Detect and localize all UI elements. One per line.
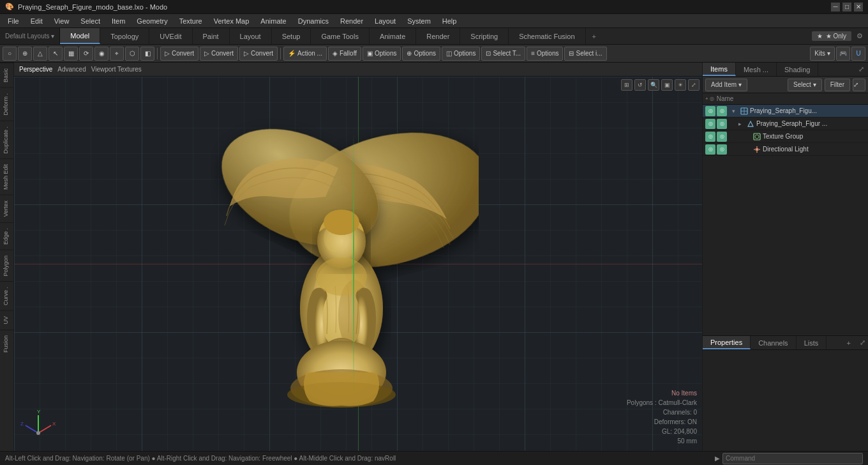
maximize-button[interactable]: □ <box>842 3 851 11</box>
menu-select[interactable]: Select <box>75 16 105 26</box>
item-row-texture[interactable]: ◎ ◎ ▸ Texture Group <box>703 130 868 143</box>
col-add-icon[interactable]: + <box>705 96 708 102</box>
viewport-canvas[interactable]: ⊞ ↺ 🔍 ▣ ☀ ⤢ X Y Z <box>14 77 702 451</box>
item-vis-root[interactable]: ◎ <box>717 106 727 116</box>
menu-edit[interactable]: Edit <box>26 16 48 26</box>
tab-schematic[interactable]: Schematic Fusion <box>509 28 585 44</box>
convert-button-1[interactable]: ▷ Convert <box>160 47 198 61</box>
menu-file[interactable]: File <box>3 16 24 26</box>
props-expand-btn[interactable]: ⤢ <box>857 336 868 349</box>
options-button-2[interactable]: ⊕ Options <box>402 47 440 61</box>
vp-reset-button[interactable]: ↺ <box>634 79 646 91</box>
props-tab-properties[interactable]: Properties <box>703 336 751 349</box>
tab-animate[interactable]: Animate <box>370 28 416 44</box>
arrow-root[interactable]: ▾ <box>732 108 738 114</box>
menu-animate[interactable]: Animate <box>255 16 291 26</box>
minimize-button[interactable]: ─ <box>831 3 840 11</box>
menu-render[interactable]: Render <box>335 16 368 26</box>
sidebar-polygon[interactable]: Polygon <box>0 250 13 282</box>
layouts-dropdown[interactable]: Default Layouts ▾ <box>0 28 60 44</box>
tool-crosshair[interactable]: ⊕ <box>18 47 32 61</box>
sidebar-edge[interactable]: Edge . <box>0 222 13 250</box>
vp-persp-button[interactable]: ▣ <box>661 79 673 91</box>
only-button[interactable]: ★ ★ Only <box>812 31 851 41</box>
sidebar-vertex[interactable]: Vertex <box>0 195 13 222</box>
sidebar-curve[interactable]: Curve . <box>0 281 13 310</box>
col-eye-icon[interactable]: ◎ <box>710 96 714 102</box>
tab-model[interactable]: Model <box>60 28 100 44</box>
select-i-button[interactable]: ⊟ Select i... <box>564 47 606 61</box>
item-eye-mesh[interactable]: ◎ <box>705 119 715 129</box>
item-vis-mesh[interactable]: ◎ <box>717 119 727 129</box>
props-tab-channels[interactable]: Channels <box>751 336 796 349</box>
vp-zoom-button[interactable]: 🔍 <box>648 79 659 91</box>
item-vis-light[interactable]: ◎ <box>717 144 727 155</box>
vp-expand-button[interactable]: ⤢ <box>688 79 700 91</box>
item-eye-light[interactable]: ◎ <box>705 144 715 155</box>
menu-layout[interactable]: Layout <box>370 16 401 26</box>
titlebar-controls[interactable]: ─ □ ✕ <box>831 3 863 11</box>
gamepad-button[interactable]: 🎮 <box>836 47 850 61</box>
options-button-4[interactable]: ≡ Options <box>527 47 563 61</box>
menu-vertexmap[interactable]: Vertex Map <box>209 16 255 26</box>
tool-hex[interactable]: ⬡ <box>125 47 139 61</box>
menu-texture[interactable]: Texture <box>174 16 207 26</box>
menu-view[interactable]: View <box>49 16 75 26</box>
kits-button[interactable]: Kits ▾ <box>810 47 835 61</box>
ue-button[interactable]: U <box>851 47 865 61</box>
sidebar-mesh-edit[interactable]: Mesh Edit <box>0 158 13 195</box>
tab-gametools[interactable]: Game Tools <box>311 28 370 44</box>
item-row-light[interactable]: ◎ ◎ ▸ Directional Light <box>703 143 868 156</box>
tool-target[interactable]: ⌖ <box>110 47 124 61</box>
vp-fit-button[interactable]: ⊞ <box>621 79 632 91</box>
tab-setup[interactable]: Setup <box>272 28 311 44</box>
tab-topology[interactable]: Topology <box>100 28 149 44</box>
tab-paint[interactable]: Paint <box>193 28 230 44</box>
options-button-3[interactable]: ◫ Options <box>442 47 480 61</box>
sidebar-deform[interactable]: Deform . <box>0 88 13 121</box>
tab-render[interactable]: Render <box>416 28 460 44</box>
menu-item[interactable]: Item <box>107 16 130 26</box>
item-vis-texture[interactable]: ◎ <box>717 132 727 142</box>
advanced-label[interactable]: Advanced <box>57 66 86 73</box>
tab-layout[interactable]: Layout <box>230 28 272 44</box>
tool-half[interactable]: ◧ <box>140 47 154 61</box>
sidebar-uv[interactable]: UV <box>0 310 13 330</box>
convert-button-2[interactable]: ▷ Convert <box>200 47 238 61</box>
sidebar-basic[interactable]: Basic <box>0 63 13 88</box>
select-button[interactable]: Select ▾ <box>788 79 822 91</box>
viewport-textures-label[interactable]: Viewport Textures <box>91 66 142 73</box>
items-tab-shading[interactable]: Shading <box>777 63 818 76</box>
tool-circle[interactable]: ○ <box>3 47 17 61</box>
command-input[interactable] <box>726 455 860 462</box>
item-row-mesh[interactable]: ◎ ◎ ▸ Praying_Seraph_Figur ... <box>703 118 868 130</box>
props-tab-add[interactable]: + <box>843 336 855 349</box>
tab-add-button[interactable]: + <box>586 28 602 44</box>
tool-dot[interactable]: ◉ <box>94 47 108 61</box>
vp-light-button[interactable]: ☀ <box>675 79 686 91</box>
command-area[interactable] <box>722 453 863 464</box>
sidebar-fusion[interactable]: Fusion <box>0 330 13 358</box>
select-t-button[interactable]: ⊡ Select T... <box>481 47 525 61</box>
falloff-button[interactable]: ◈ Falloff <box>328 47 361 61</box>
tool-arrow[interactable]: ↖ <box>49 47 63 61</box>
action-button[interactable]: ⚡ Action ... <box>283 47 327 61</box>
items-tab-expand[interactable]: ⤢ <box>855 63 868 76</box>
tool-grid[interactable]: ▦ <box>64 47 78 61</box>
tool-rotate[interactable]: ⟳ <box>79 47 93 61</box>
item-eye-texture[interactable]: ◎ <box>705 132 715 142</box>
menu-help[interactable]: Help <box>437 16 462 26</box>
props-tab-lists[interactable]: Lists <box>797 336 827 349</box>
tab-scripting[interactable]: Scripting <box>460 28 509 44</box>
convert-button-3[interactable]: ▷ Convert <box>239 47 278 61</box>
arrow-texture[interactable]: ▸ <box>745 133 751 140</box>
settings-icon[interactable]: ⚙ <box>857 32 863 40</box>
tab-uvedit[interactable]: UVEdit <box>149 28 192 44</box>
close-button[interactable]: ✕ <box>854 3 863 11</box>
items-expand-btn[interactable]: ⤢ <box>853 79 865 91</box>
add-item-button[interactable]: Add Item ▾ <box>705 79 747 91</box>
tool-triangle[interactable]: △ <box>33 47 47 61</box>
item-row-root[interactable]: ◎ ◎ ▾ Praying_Seraph_Figu... <box>703 105 868 118</box>
options-button-1[interactable]: ▣ Options <box>363 47 401 61</box>
sidebar-duplicate[interactable]: Duplicate . <box>0 121 13 159</box>
